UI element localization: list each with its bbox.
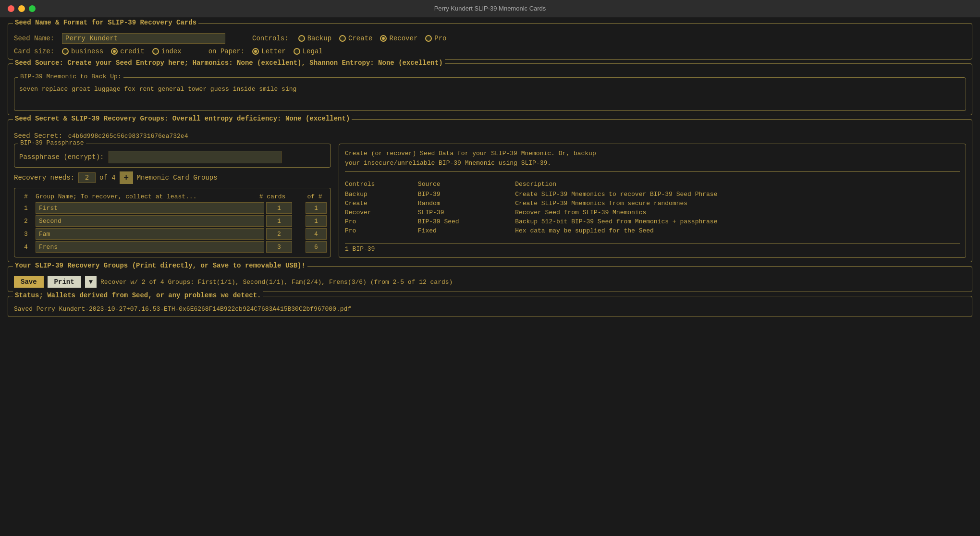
pro-radio[interactable]	[425, 35, 432, 42]
group-num-1: 1	[18, 205, 34, 212]
th-source: Source	[418, 180, 515, 190]
table-row: Pro BIP-39 Seed Backup 512-bit BIP-39 Se…	[345, 217, 960, 226]
print-button[interactable]: Print	[48, 276, 81, 288]
title-bar-buttons	[8, 5, 36, 12]
passphrase-input[interactable]	[109, 151, 282, 163]
legal-label: Legal	[303, 48, 323, 55]
recovery-needs-input[interactable]	[78, 172, 96, 183]
td-src-1: BIP-39	[418, 190, 515, 199]
passphrase-row: Passphrase (encrypt):	[19, 148, 326, 163]
sec1-content: Seed Name: Controls: Backup Create	[14, 30, 966, 55]
group-ofnum-input-3[interactable]	[306, 228, 327, 240]
sec5-content: Saved Perry Kundert-2023-10-27+07.16.53-…	[14, 303, 966, 313]
save-button[interactable]: Save	[14, 276, 44, 288]
mnemonic-groups-label: Mnemonic Card Groups	[137, 174, 218, 182]
create-radio[interactable]	[339, 35, 346, 42]
seed-secret-value: c4b6d998c265c56c983731676ea732e4	[68, 133, 188, 140]
td-src-3: SLIP-39	[418, 208, 515, 217]
letter-radio[interactable]	[252, 48, 259, 55]
group-cards-input-1[interactable]	[266, 202, 292, 214]
window-title: Perry Kundert SLIP-39 Mnemonic Cards	[434, 5, 546, 12]
right-footer-text: 1 BIP-39	[345, 245, 375, 253]
mnemonic-text: seven replace great luggage fox rent gen…	[19, 85, 961, 93]
main-content: Seed Name & Format for SLIP-39 Recovery …	[0, 17, 980, 323]
credit-radio[interactable]	[111, 48, 118, 55]
td-ctrl-2: Create	[345, 199, 418, 208]
col-header-cards: # cards	[256, 193, 289, 200]
recover-radio[interactable]	[380, 35, 387, 42]
td-src-2: Random	[418, 199, 515, 208]
seed-name-row: Seed Name: Controls: Backup Create	[14, 33, 966, 44]
card-credit[interactable]: credit	[111, 48, 144, 55]
sec3-content: Seed Secret: c4b6d998c265c56c983731676ea…	[14, 128, 966, 258]
group-ofnum-input-2[interactable]	[306, 215, 327, 227]
minimize-button[interactable]	[18, 5, 25, 12]
backup-label: Backup	[307, 35, 331, 42]
td-desc-4: Backup 512-bit BIP-39 Seed from Mnemonic…	[515, 217, 960, 226]
sec3-right: Create (or recover) Seed Data for your S…	[339, 144, 966, 258]
th-controls: Controls	[345, 180, 418, 190]
sec4-content: Save Print ▼ Recover w/ 2 of 4 Groups: F…	[14, 273, 966, 288]
paper-radio-group: Letter Legal	[252, 48, 322, 55]
section4-title: Your SLIP-39 Recovery Groups (Print dire…	[13, 262, 307, 269]
passphrase-label: Passphrase (encrypt):	[19, 153, 104, 161]
groups-table: # Group Name; To recover, collect at lea…	[14, 188, 331, 257]
col-header-ofnum: of #	[303, 193, 327, 200]
legal-radio[interactable]	[294, 48, 300, 55]
group-ofnum-input-4[interactable]	[306, 241, 327, 253]
table-row: Backup BIP-39 Create SLIP-39 Mnemonics t…	[345, 190, 960, 199]
right-description: Create (or recover) Seed Data for your S…	[345, 149, 960, 172]
business-radio[interactable]	[62, 48, 69, 55]
control-pro[interactable]: Pro	[425, 35, 446, 42]
group-ofnum-input-1[interactable]	[306, 202, 327, 214]
backup-radio[interactable]	[298, 35, 305, 42]
on-paper-label: on Paper:	[208, 48, 245, 55]
sec3-left: BIP-39 Passphrase Passphrase (encrypt): …	[14, 144, 331, 258]
create-label: Create	[348, 35, 372, 42]
controls-label: Controls:	[252, 35, 289, 42]
group-name-input-3[interactable]	[36, 228, 264, 240]
section2-title: Seed Source: Create your Seed Entropy he…	[13, 59, 445, 67]
control-create[interactable]: Create	[339, 35, 372, 42]
group-name-input-2[interactable]	[36, 215, 264, 227]
index-radio[interactable]	[152, 48, 159, 55]
paper-legal[interactable]: Legal	[294, 48, 323, 55]
control-backup[interactable]: Backup	[298, 35, 331, 42]
section1-title: Seed Name & Format for SLIP-39 Recovery …	[13, 19, 198, 26]
paper-letter[interactable]: Letter	[252, 48, 285, 55]
td-src-4: BIP-39 Seed	[418, 217, 515, 226]
table-row: Recover SLIP-39 Recover Seed from SLIP-3…	[345, 208, 960, 217]
td-desc-1: Create SLIP-39 Mnemonics to recover BIP-…	[515, 190, 960, 199]
td-ctrl-5: Pro	[345, 226, 418, 235]
seed-secret-row: Seed Secret: c4b6d998c265c56c983731676ea…	[14, 132, 966, 140]
group-cards-input-4[interactable]	[266, 241, 292, 253]
seed-name-input[interactable]	[62, 33, 225, 44]
group-cards-input-2[interactable]	[266, 215, 292, 227]
group-name-input-1[interactable]	[36, 202, 264, 214]
on-paper-area: on Paper: Letter Legal	[208, 48, 323, 55]
plus-button[interactable]: +	[120, 171, 133, 184]
pro-label: Pro	[434, 35, 446, 42]
passphrase-box: BIP-39 Passphrase Passphrase (encrypt):	[14, 144, 331, 168]
td-ctrl-3: Recover	[345, 208, 418, 217]
maximize-button[interactable]	[29, 5, 36, 12]
group-name-input-4[interactable]	[36, 241, 264, 253]
close-button[interactable]	[8, 5, 14, 12]
table-row: Create Random Create SLIP-39 Mnemonics f…	[345, 199, 960, 208]
group-num-3: 3	[18, 231, 34, 238]
group-cards-input-3[interactable]	[266, 228, 292, 240]
print-dropdown-button[interactable]: ▼	[85, 276, 97, 288]
card-index[interactable]: index	[152, 48, 182, 55]
card-business[interactable]: business	[62, 48, 103, 55]
controls-table: Controls Source Description Backup BIP-3…	[345, 180, 960, 235]
seed-secret-label: Seed Secret:	[14, 132, 62, 140]
recovery-text: Recover w/ 2 of 4 Groups: First(1/1), Se…	[100, 279, 453, 286]
section3-title: Seed Secret & SLIP-39 Recovery Groups: O…	[13, 115, 352, 122]
control-recover[interactable]: Recover	[380, 35, 417, 42]
passphrase-title: BIP-39 Passphrase	[18, 139, 86, 146]
col-header-num: #	[18, 193, 34, 200]
td-desc-2: Create SLIP-39 Mnemonics from secure ran…	[515, 199, 960, 208]
group-row-4: 4	[18, 241, 327, 253]
section-status: Status; Wallets derived from Seed, or an…	[8, 296, 972, 317]
bip39-subsection: BIP-39 Mnemonic to Back Up: seven replac…	[14, 77, 966, 111]
